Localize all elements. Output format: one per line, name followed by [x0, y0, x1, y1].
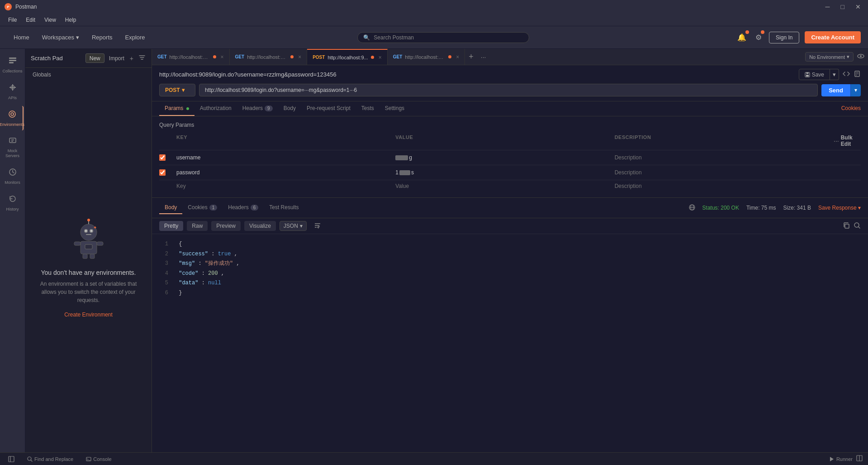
param-checkbox-password[interactable] — [159, 169, 166, 176]
settings-button[interactable]: ⚙ — [754, 31, 764, 43]
tab-close-4[interactable]: × — [456, 54, 459, 60]
bell-icon: 🔔 — [737, 34, 746, 41]
tab-get-1[interactable]: GET http://localhost:90... × — [152, 49, 230, 65]
menu-view[interactable]: View — [41, 16, 60, 24]
menu-help[interactable]: Help — [62, 16, 80, 24]
raw-button[interactable]: Raw — [187, 221, 208, 231]
more-params-button[interactable]: ··· — [834, 137, 839, 144]
docs-button[interactable] — [854, 70, 861, 79]
monitors-icon — [8, 168, 17, 179]
tab-close-3[interactable]: × — [379, 54, 382, 61]
main-layout: Collections APIs Environments Mock Serve… — [0, 49, 868, 452]
runner-button[interactable]: Runner — [829, 456, 853, 462]
tab-tests[interactable]: Tests — [356, 101, 379, 116]
nav-home[interactable]: Home — [7, 31, 36, 43]
environment-selector[interactable]: No Environment ▾ — [805, 52, 854, 62]
send-dropdown-button[interactable]: ▾ — [850, 84, 861, 96]
tab-settings[interactable]: Settings — [379, 101, 410, 116]
environment-eye-button[interactable] — [857, 53, 864, 61]
bulk-edit-label[interactable]: Bulk Edit — [841, 134, 861, 147]
query-params-section: Query Params KEY VALUE DESCRIPTION ··· B… — [152, 116, 868, 197]
create-account-button[interactable]: Create Account — [805, 31, 861, 43]
url-input[interactable] — [199, 84, 818, 96]
globals-item[interactable]: Globals — [25, 68, 152, 81]
tab-headers[interactable]: Headers9 — [237, 101, 278, 116]
resp-tab-test-results[interactable]: Test Results — [264, 201, 304, 214]
tab-body[interactable]: Body — [278, 101, 301, 116]
tab-get-2[interactable]: GET http://localhost:90... × — [230, 49, 308, 65]
nav-reports[interactable]: Reports — [85, 31, 119, 43]
nav-explore[interactable]: Explore — [119, 31, 152, 43]
nav-workspaces[interactable]: Workspaces ▾ — [36, 31, 85, 43]
response-header: Body Cookies1 Headers6 Test Results Stat… — [152, 198, 868, 218]
search-postman[interactable]: 🔍 Search Postman — [357, 32, 529, 43]
tab-close-2[interactable]: × — [298, 54, 301, 60]
sidebar-item-monitors[interactable]: Monitors — [2, 164, 24, 189]
expand-panel-button[interactable] — [856, 455, 863, 463]
mock-servers-label: Mock Servers — [4, 149, 22, 158]
tab-get-3[interactable]: GET http://localhost:90... × — [388, 49, 465, 65]
param-checkbox-username[interactable] — [159, 154, 166, 161]
tab-close-1[interactable]: × — [221, 54, 224, 60]
globe-button[interactable] — [689, 204, 695, 212]
visualize-button[interactable]: Visualize — [244, 221, 276, 231]
notification-bell-button[interactable]: 🔔 — [735, 31, 748, 43]
param-key-password[interactable] — [176, 168, 392, 177]
send-button[interactable]: Send — [821, 84, 850, 96]
svg-point-14 — [90, 230, 92, 232]
minimize-button[interactable]: ─ — [823, 2, 833, 11]
sidebar-item-history[interactable]: History — [2, 191, 24, 216]
save-dropdown-button[interactable]: ▾ — [830, 69, 839, 80]
sidebar-item-collections[interactable]: Collections — [2, 53, 24, 77]
more-tabs-button[interactable]: ··· — [477, 53, 490, 61]
param-desc-empty[interactable] — [615, 183, 830, 189]
param-row-username: g — [159, 150, 861, 165]
add-tab-button[interactable]: + — [465, 52, 477, 62]
param-key-username[interactable] — [176, 153, 392, 162]
menu-edit[interactable]: Edit — [22, 16, 39, 24]
save-button[interactable]: Save — [799, 69, 830, 80]
code-view-button[interactable] — [843, 70, 850, 79]
create-environment-link[interactable]: Create Environment — [64, 312, 113, 318]
import-button[interactable]: Import — [108, 53, 125, 63]
format-type-selector[interactable]: JSON ▾ — [280, 221, 307, 231]
method-selector[interactable]: POST ▾ — [159, 84, 195, 96]
copy-response-button[interactable] — [843, 222, 850, 230]
new-button[interactable]: New — [85, 53, 104, 63]
resp-tab-body[interactable]: Body — [159, 201, 182, 214]
svg-line-42 — [859, 227, 860, 228]
find-replace-button[interactable]: Find and Replace — [24, 455, 76, 463]
sign-in-button[interactable]: Sign In — [769, 32, 799, 43]
console-button[interactable]: Console — [83, 455, 114, 463]
param-desc-username[interactable] — [615, 153, 830, 162]
scratch-pad-title: Scratch Pad — [31, 55, 63, 62]
param-desc-password[interactable] — [615, 168, 830, 177]
sidebar-item-mock-servers[interactable]: Mock Servers — [2, 132, 24, 162]
add-item-button[interactable]: + — [129, 53, 134, 63]
tab-dot-2 — [290, 55, 294, 58]
tab-authorization[interactable]: Authorization — [194, 101, 237, 116]
wrap-lines-button[interactable] — [314, 222, 321, 230]
sidebar-item-apis[interactable]: APIs — [2, 79, 24, 104]
search-response-button[interactable] — [854, 222, 861, 230]
empty-environments-state: ✦ You don't have any environments. An en… — [25, 81, 152, 452]
tab-post-1[interactable]: POST http://localhost:9... × — [307, 49, 388, 65]
svg-point-26 — [860, 55, 862, 57]
resp-tab-headers[interactable]: Headers6 — [223, 201, 264, 214]
pretty-button[interactable]: Pretty — [159, 221, 183, 231]
resp-tab-cookies[interactable]: Cookies1 — [182, 201, 223, 214]
close-button[interactable]: ✕ — [853, 2, 863, 11]
save-response-button[interactable]: Save Response ▾ — [818, 205, 861, 211]
preview-button[interactable]: Preview — [211, 221, 241, 231]
sidebar-toggle-button[interactable] — [5, 455, 17, 463]
param-value-empty[interactable] — [395, 183, 611, 189]
filter-button[interactable] — [138, 53, 146, 63]
param-key-empty[interactable] — [176, 183, 392, 189]
maximize-button[interactable]: □ — [838, 2, 847, 11]
menu-file[interactable]: File — [5, 16, 20, 24]
tab-params[interactable]: Params — [159, 101, 194, 116]
tab-pre-request-script[interactable]: Pre-request Script — [301, 101, 356, 116]
code-line-6: 6 } — [159, 288, 861, 298]
cookies-link[interactable]: Cookies — [841, 101, 861, 116]
sidebar-item-environments[interactable]: Environments — [2, 106, 24, 131]
